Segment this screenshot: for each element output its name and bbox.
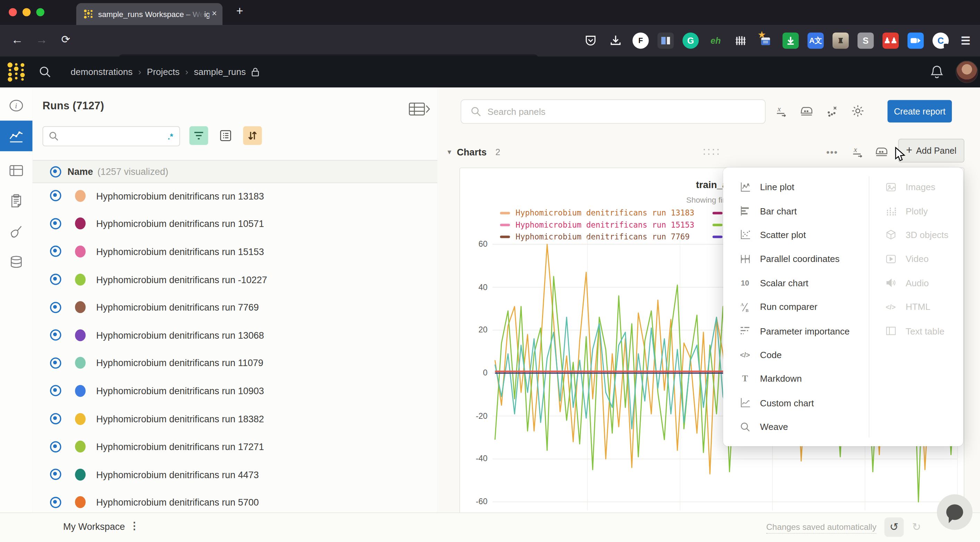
section-smoothing-iron-icon[interactable]: [875, 146, 889, 158]
visibility-all-eye-icon[interactable]: [50, 166, 61, 177]
run-visibility-eye-icon[interactable]: [50, 358, 61, 369]
run-row[interactable]: Hyphomicrobium denitrificans run 11079: [33, 349, 438, 377]
menu-item-custom-chart[interactable]: Custom chart: [723, 391, 869, 415]
fence-extension-icon[interactable]: [733, 33, 749, 49]
search-panels-input[interactable]: Search panels: [460, 99, 765, 124]
run-name[interactable]: Hyphomicrobium denitrificans run 4473: [96, 469, 259, 480]
chat-support-button[interactable]: [937, 494, 973, 530]
s-app-extension-icon[interactable]: S: [858, 33, 874, 49]
runs-search-input[interactable]: .*: [42, 126, 180, 146]
create-report-button[interactable]: Create report: [887, 100, 952, 122]
breadcrumb-entity[interactable]: demonstrations: [71, 67, 133, 77]
menu-item-bar-chart[interactable]: Bar chart: [723, 199, 869, 223]
menu-item-code[interactable]: </>Code: [723, 343, 869, 367]
undo-button[interactable]: ↺: [884, 517, 904, 537]
run-visibility-eye-icon[interactable]: [50, 274, 61, 285]
run-row[interactable]: Hyphomicrobium denitrificans run 15153: [33, 238, 438, 265]
run-visibility-eye-icon[interactable]: [50, 497, 61, 508]
run-visibility-eye-icon[interactable]: [50, 190, 61, 201]
back-button[interactable]: ←: [11, 33, 23, 47]
notifications-bell-icon[interactable]: [930, 65, 944, 79]
run-name[interactable]: Hyphomicrobium denitrificans run 18382: [96, 413, 264, 424]
run-row[interactable]: Hyphomicrobium denitrificans run 7769: [33, 293, 438, 321]
rail-table-item[interactable]: [0, 155, 33, 186]
section-title[interactable]: Charts: [457, 146, 487, 157]
mac-close-button[interactable]: [9, 8, 17, 16]
menu-item-line-plot[interactable]: Line plot: [723, 175, 869, 199]
add-panel-button[interactable]: + Add Panel: [898, 139, 964, 162]
run-visibility-eye-icon[interactable]: [50, 302, 61, 313]
reload-button[interactable]: ⟳: [61, 33, 70, 46]
section-drag-handle[interactable]: ········: [703, 148, 721, 156]
run-name[interactable]: Hyphomicrobium denitrificans run 10571: [96, 218, 264, 229]
legend-entry[interactable]: Hyphomicrobium denitrificans run 15153: [500, 219, 694, 230]
run-name[interactable]: Hyphomicrobium denitrificans run 7769: [96, 302, 259, 313]
outliers-icon[interactable]: [826, 105, 839, 117]
rail-workspace-item-selected[interactable]: [0, 121, 33, 151]
breadcrumb-project[interactable]: sample_runs: [194, 67, 246, 77]
browser-tab[interactable]: sample_runs Workspace – Weig ×: [76, 3, 223, 25]
name-column-header[interactable]: Name: [68, 166, 93, 177]
mac-zoom-button[interactable]: [36, 8, 44, 16]
run-row[interactable]: Hyphomicrobium denitrificans run 13068: [33, 321, 438, 349]
eh-extension-icon[interactable]: eh: [708, 33, 724, 49]
rail-artifacts-item[interactable]: [0, 247, 33, 277]
run-visibility-eye-icon[interactable]: [50, 441, 61, 452]
privacy-lock-extension-icon[interactable]: C: [932, 33, 949, 49]
run-row[interactable]: Hyphomicrobium denitrificans run 10571: [33, 210, 438, 237]
filter-button[interactable]: [189, 126, 208, 145]
menu-item-parallel-coordinates[interactable]: Parallel coordinates: [723, 247, 869, 271]
regex-toggle[interactable]: .*: [168, 132, 173, 141]
run-name[interactable]: Hyphomicrobium denitrificans run 5700: [96, 497, 259, 508]
grammarly-extension-icon[interactable]: G: [682, 33, 699, 49]
stamp-extension-icon[interactable]: ♜: [832, 33, 849, 49]
section-x-axis-icon[interactable]: x: [851, 146, 864, 158]
run-visibility-eye-icon[interactable]: [50, 218, 61, 229]
rail-sweeps-item[interactable]: [0, 216, 33, 247]
run-row[interactable]: Hyphomicrobium denitrificans run 18382: [33, 405, 438, 433]
workspace-name[interactable]: My Workspace: [63, 521, 125, 532]
mac-minimize-button[interactable]: [22, 8, 30, 16]
menu-item-run-comparer[interactable]: ABRun comparer: [723, 295, 869, 319]
run-row[interactable]: Hyphomicrobium denitrificans run 13183: [33, 182, 438, 210]
calendar-star-extension-icon[interactable]: ★: [757, 33, 774, 49]
run-name[interactable]: Hyphomicrobium denitrificans run 15153: [96, 246, 264, 257]
mendeley-extension-icon[interactable]: ♟♟: [883, 33, 899, 49]
rail-overview-item[interactable]: i: [0, 90, 33, 121]
breadcrumb-projects[interactable]: Projects: [147, 67, 180, 77]
run-name[interactable]: Hyphomicrobium denitrificans run 13183: [96, 191, 264, 201]
menu-item-scatter-plot[interactable]: Scatter plot: [723, 223, 869, 247]
menu-item-markdown[interactable]: TMarkdown: [723, 367, 869, 391]
smoothing-iron-icon[interactable]: [800, 105, 814, 117]
menu-item-scalar-chart[interactable]: 10Scalar chart: [723, 271, 869, 295]
facebook-container-icon[interactable]: F: [633, 33, 649, 49]
run-visibility-eye-icon[interactable]: [50, 413, 61, 424]
tab-close-icon[interactable]: ×: [212, 8, 217, 18]
forward-button[interactable]: →: [36, 33, 48, 47]
header-search-icon[interactable]: [39, 65, 51, 78]
menu-item-weave[interactable]: Weave: [723, 415, 869, 439]
new-tab-button[interactable]: +: [236, 5, 243, 18]
run-visibility-eye-icon[interactable]: [50, 330, 61, 341]
video-downloader-extension-icon[interactable]: [783, 33, 799, 49]
hamburger-menu-icon[interactable]: ☰: [958, 33, 974, 49]
split-panels-extension-icon[interactable]: [658, 33, 674, 49]
wandb-logo[interactable]: [7, 62, 26, 82]
redo-button[interactable]: ↻: [907, 517, 926, 537]
section-more-menu-icon[interactable]: •••: [826, 146, 838, 157]
video-call-extension-icon[interactable]: [907, 33, 924, 49]
run-visibility-eye-icon[interactable]: [50, 469, 61, 480]
x-axis-settings-icon[interactable]: x: [775, 105, 788, 117]
run-visibility-eye-icon[interactable]: [50, 246, 61, 257]
run-name[interactable]: Hyphomicrobium denitrificans run 13068: [96, 330, 264, 341]
download-extension-icon[interactable]: [608, 33, 624, 49]
workspace-settings-gear-icon[interactable]: [851, 105, 864, 118]
section-collapse-chevron-icon[interactable]: ▾: [448, 148, 452, 156]
translate-extension-icon[interactable]: A文: [808, 33, 824, 49]
rail-reports-item[interactable]: [0, 186, 33, 216]
expand-table-icon[interactable]: [409, 102, 430, 116]
run-row[interactable]: Hyphomicrobium denitrificans run 10903: [33, 377, 438, 405]
run-name[interactable]: Hyphomicrobium denitrificans run 11079: [96, 358, 263, 369]
run-name[interactable]: Hyphomicrobium denitrificans run 10903: [96, 386, 264, 396]
group-button[interactable]: [216, 126, 235, 145]
